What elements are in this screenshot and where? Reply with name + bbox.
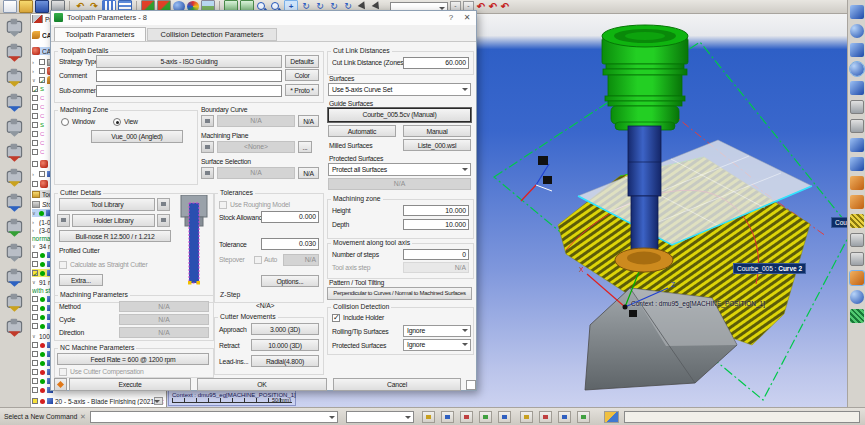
holder-library-icon[interactable] xyxy=(157,214,170,227)
plane-browse-button[interactable]: ... xyxy=(298,141,312,153)
plane-pick-button[interactable] xyxy=(201,141,214,153)
window-radio[interactable] xyxy=(61,118,69,126)
collapse-icon[interactable] xyxy=(32,242,37,250)
fixture-icon[interactable] xyxy=(850,233,864,247)
tree-checkbox[interactable] xyxy=(39,59,45,65)
comment-input[interactable] xyxy=(96,70,282,82)
simulation-icon-active[interactable] xyxy=(850,271,864,285)
tab-toolpath-parameters[interactable]: Toolpath Parameters xyxy=(54,27,146,41)
info-icon[interactable] xyxy=(558,411,571,423)
message-field[interactable] xyxy=(624,411,860,423)
tree-checkbox[interactable] xyxy=(39,68,45,74)
tree-row-current[interactable]: 20 - 5-axis - Blade Finishing (2021.0)C< xyxy=(32,397,164,405)
guide-surfaces-button[interactable]: Courbe_005.5cv (Manual) xyxy=(328,108,471,122)
tree-item-dropdown[interactable] xyxy=(154,397,163,405)
refresh-view-icon[interactable] xyxy=(850,290,864,304)
view-cube-icon[interactable] xyxy=(850,5,864,19)
tree-checkbox[interactable] xyxy=(32,351,38,357)
view-radio-selected[interactable] xyxy=(113,118,121,126)
surface-pick-button[interactable] xyxy=(201,167,214,179)
iso-view-icon[interactable] xyxy=(850,24,864,38)
part-view-icon[interactable] xyxy=(850,138,864,152)
tree-checkbox[interactable] xyxy=(32,181,38,187)
cam-operation-icon[interactable] xyxy=(4,67,26,89)
approach-button[interactable]: 3.000 (3D) xyxy=(251,323,319,335)
color-button[interactable]: Color xyxy=(285,69,319,81)
boundary-pick-button[interactable] xyxy=(201,115,214,127)
protected-surfaces-select[interactable]: Protect all Surfaces xyxy=(328,163,471,176)
expand-icon[interactable] xyxy=(32,58,37,66)
tool-library-button[interactable]: Tool Library xyxy=(59,198,155,211)
save-icon[interactable] xyxy=(35,0,49,13)
tree-checkbox[interactable] xyxy=(32,261,38,267)
stock-allowance-input[interactable]: 0.000 xyxy=(261,211,319,223)
tree-checkbox[interactable] xyxy=(32,122,38,128)
calc-straight-checkbox[interactable] xyxy=(59,261,67,269)
collapse-icon[interactable] xyxy=(32,332,37,340)
include-holder-checkbox-checked[interactable] xyxy=(332,314,340,322)
workbench-icon[interactable] xyxy=(604,411,619,423)
cutter-definition-button[interactable]: Bull-nose R 12.500 / r 1.212 xyxy=(59,230,171,242)
fixture-icon[interactable] xyxy=(850,252,864,266)
protected-surfaces2-select[interactable]: Ignore xyxy=(403,339,471,351)
cam-operation-icon[interactable] xyxy=(4,317,26,339)
knowledge-icon[interactable] xyxy=(479,411,492,423)
ok-button[interactable]: OK xyxy=(197,378,327,391)
collapse-icon[interactable] xyxy=(32,76,37,84)
tree-checkbox[interactable] xyxy=(32,149,38,155)
expand-icon[interactable] xyxy=(32,226,37,234)
cam-operation-icon[interactable] xyxy=(4,17,26,39)
hatch-display-icon[interactable] xyxy=(850,309,864,323)
execute-button[interactable]: Execute xyxy=(69,378,191,391)
view-cube-icon[interactable] xyxy=(850,81,864,95)
options-button[interactable]: Options... xyxy=(261,275,319,287)
surface-na-button[interactable]: N/A xyxy=(298,167,319,179)
cam-operation-icon[interactable] xyxy=(4,142,26,164)
close-button[interactable]: ✕ xyxy=(460,12,474,23)
expand-icon[interactable] xyxy=(32,67,37,75)
machine-setup-icon[interactable] xyxy=(850,119,864,133)
auto-checkbox[interactable] xyxy=(254,256,262,264)
strategy-type-button[interactable]: 5-axis - ISO Guiding xyxy=(96,55,282,68)
cut-link-distance-input[interactable]: 60.000 xyxy=(403,57,469,69)
view-name-button[interactable]: Vue_000 (Angled) xyxy=(91,130,183,143)
tree-checkbox[interactable] xyxy=(32,323,38,329)
tree-checkbox[interactable] xyxy=(32,369,38,375)
help-button[interactable]: ? xyxy=(444,12,458,23)
undo-arc-icon[interactable]: ↶ xyxy=(476,1,486,12)
tool-shank[interactable] xyxy=(628,126,661,258)
tree-checkbox[interactable] xyxy=(32,104,38,110)
surfaces-select[interactable]: Use 5-axis Curve Set xyxy=(328,83,471,96)
tree-checkbox[interactable] xyxy=(32,314,38,320)
holder-library-button[interactable]: Holder Library xyxy=(72,214,155,227)
cancel-button[interactable]: Cancel xyxy=(333,378,461,391)
tool-display-icon[interactable] xyxy=(850,195,864,209)
retract-button[interactable]: 10.000 (3D) xyxy=(251,339,319,351)
cutter-compensation-checkbox[interactable] xyxy=(59,368,67,376)
open-folder-icon[interactable] xyxy=(19,0,33,13)
link-icon[interactable] xyxy=(539,411,552,423)
cam-operation-icon[interactable] xyxy=(4,242,26,264)
proto-button[interactable]: * Proto * xyxy=(285,84,319,96)
tree-checkbox[interactable] xyxy=(32,387,38,393)
tree-checkbox[interactable] xyxy=(32,113,38,119)
pattern-tilting-button[interactable]: Perpendicular to Curves / Normal to Mach… xyxy=(327,287,472,300)
automatic-button[interactable]: Automatic xyxy=(328,125,396,137)
tree-checkbox[interactable] xyxy=(32,342,38,348)
undo-arc-icon[interactable]: ↶ xyxy=(488,1,498,12)
use-roughing-checkbox[interactable] xyxy=(219,201,227,209)
command-input[interactable] xyxy=(90,411,338,423)
cam-operation-icon[interactable] xyxy=(4,92,26,114)
camera-icon[interactable] xyxy=(577,411,590,423)
toolpath-display-icon[interactable] xyxy=(850,214,864,228)
tree-checkbox[interactable] xyxy=(39,171,45,177)
boundary-na-button[interactable]: N/A xyxy=(298,115,319,127)
tree-checkbox[interactable] xyxy=(32,95,38,101)
compass-tool-icon[interactable] xyxy=(441,411,454,423)
measure-icon[interactable] xyxy=(422,411,435,423)
part-view-icon[interactable] xyxy=(850,157,864,171)
analysis-icon[interactable] xyxy=(460,411,473,423)
tree-checkbox-checked[interactable] xyxy=(32,270,38,276)
expand-icon[interactable] xyxy=(32,170,37,178)
cam-operation-icon[interactable] xyxy=(4,292,26,314)
